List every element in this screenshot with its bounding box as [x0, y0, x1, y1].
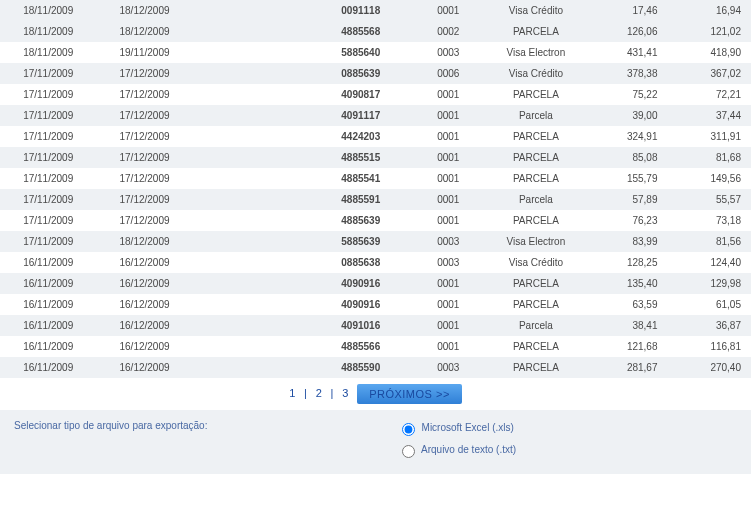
cell-date2: 17/12/2009 [96, 168, 192, 189]
cell-val2: 270,40 [667, 357, 751, 378]
cell-type: PARCELA [488, 126, 584, 147]
cell-val2: 121,02 [667, 21, 751, 42]
transactions-table: 18/11/200918/12/200900911180001Visa Créd… [0, 0, 751, 378]
cell-date2: 16/12/2009 [96, 357, 192, 378]
export-radio-xls[interactable] [402, 423, 415, 436]
export-section: Selecionar tipo de arquivo para exportaç… [0, 410, 751, 474]
cell-date2: 18/12/2009 [96, 0, 192, 21]
cell-val2: 418,90 [667, 42, 751, 63]
cell-seq: 0001 [409, 168, 488, 189]
cell-type: Visa Crédito [488, 252, 584, 273]
cell-seq: 0001 [409, 84, 488, 105]
cell-date2: 18/12/2009 [96, 231, 192, 252]
cell-date2: 17/12/2009 [96, 210, 192, 231]
cell-doc: 0885638 [313, 252, 409, 273]
cell-date1: 17/11/2009 [0, 84, 96, 105]
cell-doc: 4090916 [313, 294, 409, 315]
page-link-1[interactable]: 1 [289, 387, 295, 399]
cell-empty [193, 294, 313, 315]
cell-doc: 5885639 [313, 231, 409, 252]
page-link-2[interactable]: 2 [316, 387, 322, 399]
cell-date2: 17/12/2009 [96, 105, 192, 126]
cell-date2: 16/12/2009 [96, 294, 192, 315]
table-row: 18/11/200918/12/200948855680002PARCELA12… [0, 21, 751, 42]
cell-val2: 311,91 [667, 126, 751, 147]
cell-val2: 124,40 [667, 252, 751, 273]
cell-empty [193, 273, 313, 294]
cell-type: PARCELA [488, 336, 584, 357]
cell-empty [193, 252, 313, 273]
cell-type: Visa Electron [488, 42, 584, 63]
cell-seq: 0003 [409, 231, 488, 252]
cell-empty [193, 336, 313, 357]
cell-date2: 16/12/2009 [96, 252, 192, 273]
cell-type: Parcela [488, 315, 584, 336]
cell-val2: 149,56 [667, 168, 751, 189]
cell-seq: 0003 [409, 357, 488, 378]
cell-seq: 0006 [409, 63, 488, 84]
cell-seq: 0001 [409, 126, 488, 147]
page-link-3[interactable]: 3 [342, 387, 348, 399]
cell-date2: 17/12/2009 [96, 63, 192, 84]
export-option-xls: Microsoft Excel (.xls) [422, 422, 514, 433]
cell-date2: 17/12/2009 [96, 84, 192, 105]
cell-val1: 324,91 [584, 126, 667, 147]
cell-val1: 38,41 [584, 315, 667, 336]
cell-seq: 0003 [409, 42, 488, 63]
cell-val1: 126,06 [584, 21, 667, 42]
cell-seq: 0001 [409, 294, 488, 315]
cell-date1: 16/11/2009 [0, 273, 96, 294]
cell-date1: 16/11/2009 [0, 252, 96, 273]
cell-type: PARCELA [488, 357, 584, 378]
cell-seq: 0001 [409, 0, 488, 21]
cell-type: Parcela [488, 105, 584, 126]
next-button[interactable]: PRÓXIMOS >> [357, 384, 462, 404]
cell-date1: 16/11/2009 [0, 294, 96, 315]
cell-date2: 18/12/2009 [96, 21, 192, 42]
cell-val2: 55,57 [667, 189, 751, 210]
cell-doc: 4885568 [313, 21, 409, 42]
cell-date2: 17/12/2009 [96, 189, 192, 210]
cell-empty [193, 231, 313, 252]
cell-val1: 75,22 [584, 84, 667, 105]
cell-doc: 4091117 [313, 105, 409, 126]
table-row: 18/11/200919/11/200958856400003Visa Elec… [0, 42, 751, 63]
cell-date1: 18/11/2009 [0, 21, 96, 42]
cell-val2: 37,44 [667, 105, 751, 126]
cell-empty [193, 42, 313, 63]
export-radio-txt[interactable] [402, 445, 415, 458]
cell-doc: 4090916 [313, 273, 409, 294]
cell-val2: 36,87 [667, 315, 751, 336]
table-row: 17/11/200917/12/200948855150001PARCELA85… [0, 147, 751, 168]
table-row: 17/11/200917/12/200940911170001Parcela39… [0, 105, 751, 126]
separator: | [304, 387, 307, 399]
table-row: 17/11/200917/12/200948855410001PARCELA15… [0, 168, 751, 189]
cell-val1: 128,25 [584, 252, 667, 273]
table-row: 17/11/200917/12/200948855910001Parcela57… [0, 189, 751, 210]
cell-type: Visa Crédito [488, 0, 584, 21]
table-row: 17/11/200918/12/200958856390003Visa Elec… [0, 231, 751, 252]
cell-val1: 57,89 [584, 189, 667, 210]
table-row: 16/11/200916/12/200948855900003PARCELA28… [0, 357, 751, 378]
cell-date1: 16/11/2009 [0, 357, 96, 378]
cell-doc: 4885541 [313, 168, 409, 189]
cell-val1: 85,08 [584, 147, 667, 168]
cell-empty [193, 147, 313, 168]
cell-empty [193, 84, 313, 105]
table-row: 16/11/200916/12/200948855660001PARCELA12… [0, 336, 751, 357]
cell-val1: 121,68 [584, 336, 667, 357]
cell-empty [193, 315, 313, 336]
cell-val1: 155,79 [584, 168, 667, 189]
cell-date1: 16/11/2009 [0, 336, 96, 357]
cell-type: PARCELA [488, 21, 584, 42]
cell-doc: 4090817 [313, 84, 409, 105]
cell-date1: 17/11/2009 [0, 147, 96, 168]
cell-empty [193, 63, 313, 84]
table-row: 16/11/200916/12/200940909160001PARCELA13… [0, 273, 751, 294]
table-row: 17/11/200917/12/200944242030001PARCELA32… [0, 126, 751, 147]
cell-empty [193, 105, 313, 126]
cell-doc: 4885590 [313, 357, 409, 378]
cell-date1: 17/11/2009 [0, 189, 96, 210]
cell-empty [193, 168, 313, 189]
cell-date1: 18/11/2009 [0, 42, 96, 63]
